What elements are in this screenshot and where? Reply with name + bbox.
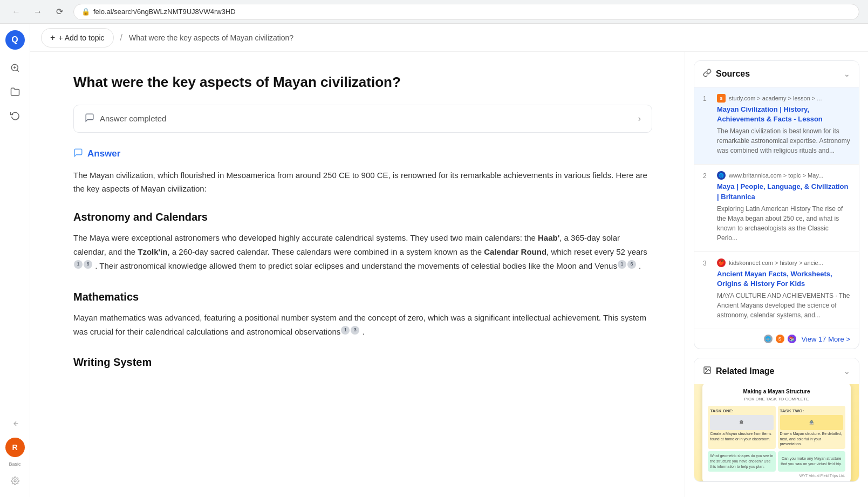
ref-6b[interactable]: 6 xyxy=(627,260,636,269)
related-image-content: Making a Mayan Structure PICK ONE TASK T… xyxy=(694,384,859,481)
more-favicon-3: 📚 xyxy=(788,335,796,343)
answer-completed-label: Answer completed xyxy=(100,114,166,123)
source-item-3[interactable]: 3 🍎 kidskonnect.com > history > ancie...… xyxy=(694,251,859,329)
sources-panel-header[interactable]: Sources ⌄ xyxy=(694,61,859,87)
add-to-topic-icon: + xyxy=(50,33,55,43)
related-image-panel-header[interactable]: Related Image ⌄ xyxy=(694,358,859,384)
collapse-button[interactable] xyxy=(5,414,25,433)
breadcrumb-text: What were the key aspects of Mayan civil… xyxy=(129,33,293,42)
sources-panel: Sources ⌄ 1 S study.com > academy > less… xyxy=(694,60,859,349)
source-1-url: study.com > academy > lesson > ... xyxy=(729,95,822,101)
task-one-desc: Create a Mayan structure from items foun… xyxy=(710,431,773,442)
image-icon xyxy=(703,366,712,377)
answer-label: Answer xyxy=(73,148,652,160)
source-2-info: 🌐 www.britannica.com > topic > May... Ma… xyxy=(717,171,850,242)
related-image-collapse-icon: ⌄ xyxy=(844,367,850,376)
task-one-title: TASK ONE: xyxy=(710,408,773,414)
ref-6[interactable]: 6 xyxy=(84,260,92,269)
view-more-row: 🌐 S 📚 View 17 More > xyxy=(694,329,859,349)
answer-label-icon xyxy=(73,148,83,160)
source-3-favicon: 🍎 xyxy=(717,258,726,267)
task-two-label: TASK TWO: 🏯 Draw a Mayan structure. Be d… xyxy=(778,406,845,450)
answer-section-label: Answer xyxy=(87,148,120,159)
settings-button[interactable] xyxy=(5,471,25,491)
task-one-label: TASK ONE: 🏛 Create a Mayan structure fro… xyxy=(708,406,775,450)
source-1-excerpt: The Mayan civilization is best known for… xyxy=(717,126,850,155)
source-2-title: Maya | People, Language, & Civilization … xyxy=(717,182,850,201)
ref-3[interactable]: 3 xyxy=(351,326,359,335)
image-card-grid: TASK ONE: 🏛 Create a Mayan structure fro… xyxy=(708,406,845,472)
image-card-footer: WYT Virtual Field Trips Ltd. xyxy=(708,474,845,478)
main-content: + + Add to topic / What were the key asp… xyxy=(30,24,868,497)
add-to-topic-label: + Add to topic xyxy=(58,33,104,42)
term-haab: Haab' xyxy=(538,233,559,242)
source-1-favicon: S xyxy=(717,94,726,103)
term-calendar-round: Calendar Round xyxy=(484,247,546,256)
source-item-2[interactable]: 2 🌐 www.britannica.com > topic > May... … xyxy=(694,164,859,251)
app-logo[interactable]: Q xyxy=(5,30,25,50)
task-two-img: 🏯 xyxy=(780,415,843,430)
source-1-title: Mayan Civilization | History, Achievemen… xyxy=(717,105,850,124)
source-item-1[interactable]: 1 S study.com > academy > lesson > ... M… xyxy=(694,87,859,164)
view-more-link[interactable]: View 17 More > xyxy=(802,335,850,343)
history-button[interactable] xyxy=(5,106,25,125)
image-card-title: Making a Mayan Structure xyxy=(708,389,845,394)
source-3-header: 3 🍎 kidskonnect.com > history > ancie...… xyxy=(703,258,850,320)
ref-1c[interactable]: 1 xyxy=(341,326,350,335)
back-button[interactable]: ← xyxy=(9,4,24,19)
more-favicon-2: S xyxy=(776,335,784,343)
svg-point-7 xyxy=(706,369,707,370)
source-3-url: kidskonnect.com > history > ancie... xyxy=(729,260,823,266)
source-2-favicon: 🌐 xyxy=(717,171,726,180)
forward-button[interactable]: → xyxy=(30,4,45,19)
left-sidebar: Q R Basic xyxy=(0,24,30,497)
sources-collapse-icon: ⌄ xyxy=(844,70,850,78)
related-image-placeholder[interactable]: Making a Mayan Structure PICK ONE TASK T… xyxy=(694,384,859,481)
answer-completed-box[interactable]: Answer completed › xyxy=(73,105,652,133)
user-avatar[interactable]: R xyxy=(5,438,25,457)
content-area: What were the key aspects of Mayan civil… xyxy=(30,52,868,497)
browser-chrome: ← → ⟳ 🔒 felo.ai/search/6ngBWLzNMT9UJ8VW4… xyxy=(0,0,868,24)
new-search-button[interactable] xyxy=(5,58,25,78)
article-intro: The Mayan civilization, which flourished… xyxy=(73,168,652,196)
source-1-num: 1 xyxy=(703,95,712,103)
task-two-title: TASK TWO: xyxy=(780,408,843,414)
breadcrumb-separator: / xyxy=(120,33,122,43)
source-3-info: 🍎 kidskonnect.com > history > ancie... A… xyxy=(717,258,850,320)
url-text: felo.ai/search/6ngBWLzNMT9UJ8VW4rw3HD xyxy=(93,8,236,16)
section-heading-astronomy: Astronomy and Calendars xyxy=(73,211,652,223)
image-card: Making a Mayan Structure PICK ONE TASK T… xyxy=(702,384,851,481)
app-layout: Q R Basic + + Add to topic / xyxy=(0,24,868,497)
task-one-img: 🏛 xyxy=(710,415,773,430)
source-3-site-row: 🍎 kidskonnect.com > history > ancie... xyxy=(717,258,850,267)
ref-1[interactable]: 1 xyxy=(74,260,83,269)
chat-icon xyxy=(85,113,94,125)
section-body-mathematics: Mayan mathematics was advanced, featurin… xyxy=(73,311,652,339)
ref-1b[interactable]: 1 xyxy=(618,260,626,269)
source-1-site-row: S study.com > academy > lesson > ... xyxy=(717,94,850,103)
task-two-desc: Draw a Mayan structure. Be detailed, nea… xyxy=(780,431,843,447)
source-2-header: 2 🌐 www.britannica.com > topic > May... … xyxy=(703,171,850,242)
reload-button[interactable]: ⟳ xyxy=(52,4,67,19)
folders-button[interactable] xyxy=(5,82,25,101)
source-2-site-row: 🌐 www.britannica.com > topic > May... xyxy=(717,171,850,180)
article-title: What were the key aspects of Mayan civil… xyxy=(73,73,652,92)
svg-point-5 xyxy=(14,480,16,482)
source-3-excerpt: MAYA CULTURE AND ACHIEVEMENTS · The Anci… xyxy=(717,291,850,320)
section-heading-mathematics: Mathematics xyxy=(73,291,652,303)
source-1-header: 1 S study.com > academy > lesson > ... M… xyxy=(703,94,850,155)
expand-chevron-icon: › xyxy=(638,114,641,124)
article-section: What were the key aspects of Mayan civil… xyxy=(30,52,685,497)
source-3-num: 3 xyxy=(703,260,712,267)
add-to-topic-button[interactable]: + + Add to topic xyxy=(41,28,114,47)
source-2-excerpt: Exploring Latin American History The ris… xyxy=(717,204,850,243)
sources-header-left: Sources xyxy=(703,69,750,79)
top-bar: + + Add to topic / What were the key asp… xyxy=(30,24,868,52)
related-image-panel: Related Image ⌄ Making a Mayan Structure… xyxy=(694,358,859,482)
user-plan-label: Basic xyxy=(9,461,20,467)
sources-title: Sources xyxy=(716,69,750,79)
virtual-field-trip-cell: Can you make any Mayan structure that yo… xyxy=(778,451,845,471)
source-2-num: 2 xyxy=(703,172,712,180)
address-bar[interactable]: 🔒 felo.ai/search/6ngBWLzNMT9UJ8VW4rw3HD xyxy=(73,4,859,20)
source-1-info: S study.com > academy > lesson > ... May… xyxy=(717,94,850,155)
